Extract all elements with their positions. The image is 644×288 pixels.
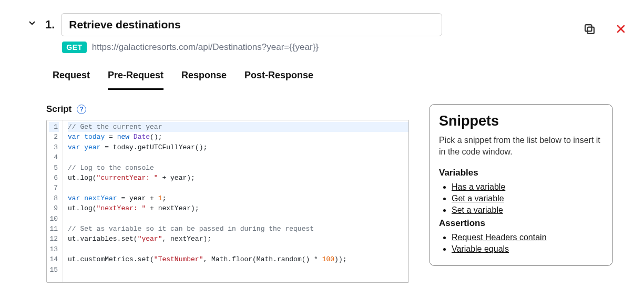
script-editor[interactable]: 123456789101112131415 // Get the current… [46, 120, 409, 283]
line-number: 15 [49, 265, 59, 275]
code-line[interactable]: // Set as variable so it can be passed i… [68, 224, 408, 234]
line-number: 6 [49, 173, 59, 183]
snippet-group-heading: Assertions [439, 218, 603, 229]
code-line[interactable]: var year = today.getUTCFullYear(); [68, 142, 408, 152]
line-number: 11 [49, 224, 59, 234]
svg-rect-1 [585, 25, 591, 31]
snippet-link[interactable]: Has a variable [452, 182, 505, 191]
http-method-badge: GET [62, 42, 86, 53]
snippet-item: Request Headers contain [452, 233, 603, 242]
snippet-item: Get a variable [452, 194, 603, 203]
snippet-item: Variable equals [452, 244, 603, 254]
snippet-link[interactable]: Variable equals [452, 244, 509, 253]
snippets-title: Snippets [439, 113, 603, 129]
copy-icon [582, 22, 597, 36]
tabs: Request Pre-Request Response Post-Respon… [53, 70, 644, 90]
code-line[interactable]: // Get the current year [68, 122, 408, 132]
code-line[interactable] [68, 244, 408, 254]
line-number: 9 [49, 203, 59, 213]
code-line[interactable] [68, 183, 408, 193]
line-number: 7 [49, 183, 59, 193]
svg-rect-0 [587, 27, 594, 33]
tab-post-response[interactable]: Post-Response [244, 70, 313, 90]
snippet-item: Has a variable [452, 182, 603, 192]
code-line[interactable]: var nextYear = year + 1; [68, 193, 408, 203]
code-line[interactable] [68, 264, 408, 274]
code-line[interactable]: ut.log("nextYear: " + nextYear); [68, 203, 408, 213]
chevron-down-icon [27, 18, 37, 28]
delete-button[interactable] [612, 20, 629, 37]
snippet-group-heading: Variables [439, 168, 603, 178]
snippet-link[interactable]: Get a variable [452, 194, 504, 203]
code-line[interactable] [68, 214, 408, 224]
snippets-blurb: Pick a snippet from the list below to in… [439, 135, 603, 158]
script-help-button[interactable]: ? [77, 105, 86, 114]
tab-request[interactable]: Request [53, 70, 90, 90]
code-line[interactable]: // Log to the console [68, 163, 408, 173]
snippets-panel: Snippets Pick a snippet from the list be… [429, 104, 613, 266]
snippet-item: Set a variable [452, 205, 603, 215]
step-number: 1. [45, 18, 55, 32]
line-number: 13 [49, 244, 59, 254]
tab-pre-request[interactable]: Pre-Request [108, 70, 163, 90]
step-title-input[interactable] [61, 13, 442, 36]
line-number: 8 [49, 193, 59, 203]
code-line[interactable] [68, 152, 408, 162]
line-number: 3 [49, 142, 59, 152]
help-icon: ? [80, 106, 84, 113]
code-line[interactable]: ut.customMetrics.set("TestNumber", Math.… [68, 254, 408, 264]
line-number: 4 [49, 152, 59, 162]
line-number: 2 [49, 132, 59, 142]
tab-response[interactable]: Response [181, 70, 227, 90]
line-number: 1 [49, 122, 59, 132]
snippet-link[interactable]: Request Headers contain [452, 233, 547, 242]
script-label: Script [46, 104, 71, 115]
code-line[interactable]: ut.variables.set("year", nextYear); [68, 234, 408, 244]
request-url: https://galacticresorts.com/api/Destinat… [92, 42, 319, 53]
duplicate-button[interactable] [581, 20, 598, 37]
close-icon [615, 23, 627, 35]
snippet-link[interactable]: Set a variable [452, 205, 503, 214]
line-number: 5 [49, 163, 59, 173]
line-number: 14 [49, 254, 59, 264]
code-line[interactable]: ut.log("currentYear: " + year); [68, 173, 408, 183]
line-number: 12 [49, 234, 59, 244]
code-line[interactable]: var today = new Date(); [68, 132, 408, 142]
line-number: 10 [49, 214, 59, 224]
collapse-toggle[interactable] [27, 18, 39, 30]
